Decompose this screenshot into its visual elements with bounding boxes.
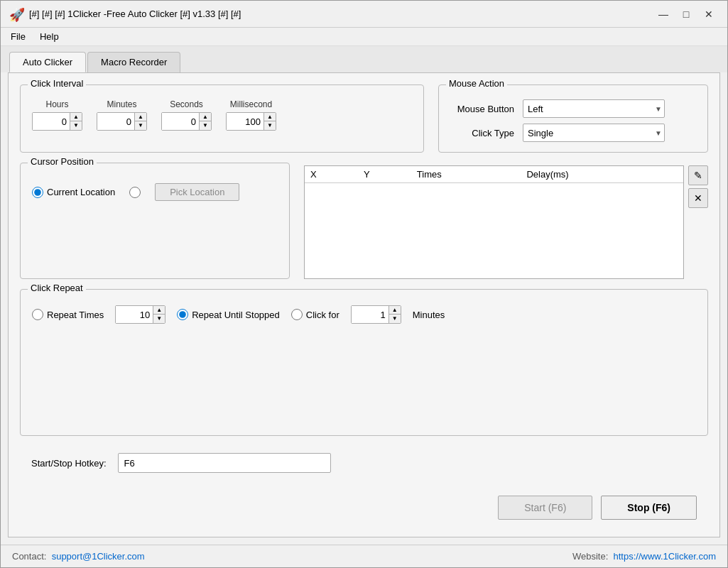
website-url-link[interactable]: https://www.1Clicker.com xyxy=(614,551,717,562)
bottom-bar: Start (F6) Stop (F6) xyxy=(20,490,708,525)
tab-macro-recorder[interactable]: Macro Recorder xyxy=(87,52,180,72)
minimize-button[interactable]: — xyxy=(653,6,673,22)
millisecond-label: Millisecond xyxy=(230,99,272,109)
mouse-button-row: Mouse Button Left Right Middle ▼ xyxy=(450,99,696,118)
hotkey-label: Start/Stop Hotkey: xyxy=(31,458,107,469)
pick-location-radio[interactable] xyxy=(129,187,141,198)
footer: Contact: support@1Clicker.com Website: h… xyxy=(1,545,727,567)
minutes-label: Minutes xyxy=(107,99,136,109)
location-table-inner: X Y Times Delay(ms) xyxy=(304,165,684,279)
repeat-times-input[interactable] xyxy=(116,306,153,323)
millisecond-up-button[interactable]: ▲ xyxy=(264,113,276,121)
top-row: Click Interval Hours ▲ ▼ Minute xyxy=(20,84,708,153)
mouse-button-label: Mouse Button xyxy=(450,104,514,114)
pick-location-button[interactable]: Pick Location xyxy=(155,183,239,201)
interval-fields: Hours ▲ ▼ Minutes xyxy=(32,99,412,131)
contact-label: Contact: xyxy=(12,551,46,562)
col-y: Y xyxy=(358,166,411,183)
repeat-times-down-button[interactable]: ▼ xyxy=(153,315,165,323)
menu-file[interactable]: File xyxy=(4,29,33,44)
tabs-bar: Auto Clicker Macro Recorder xyxy=(1,46,727,72)
click-for-label: Click for xyxy=(306,310,339,320)
repeat-until-stopped-radio-group: Repeat Until Stopped xyxy=(177,309,280,320)
table-edit-button[interactable]: ✎ xyxy=(688,165,708,185)
mouse-action-box: Mouse Action Mouse Button Left Right Mid… xyxy=(438,84,708,153)
seconds-spinner: ▲ ▼ xyxy=(161,112,212,131)
col-delay: Delay(ms) xyxy=(521,166,683,183)
click-for-input[interactable] xyxy=(352,306,389,323)
click-for-down-button[interactable]: ▼ xyxy=(389,315,401,323)
mouse-action-fields: Mouse Button Left Right Middle ▼ Click T… xyxy=(450,99,696,142)
stop-button[interactable]: Stop (F6) xyxy=(601,496,697,520)
millisecond-field: Millisecond ▲ ▼ xyxy=(226,99,276,131)
seconds-field: Seconds ▲ ▼ xyxy=(161,99,212,131)
current-location-radio-label: Current Location xyxy=(47,187,115,197)
millisecond-spinner: ▲ ▼ xyxy=(226,112,276,131)
click-repeat-box: Click Repeat Repeat Times ▲ ▼ Repeat Unt… xyxy=(20,289,708,436)
repeat-times-spinner: ▲ ▼ xyxy=(115,305,165,324)
minutes-input[interactable] xyxy=(97,113,134,130)
click-interval-label: Click Interval xyxy=(28,78,86,89)
click-for-radio-group: Click for xyxy=(291,309,339,320)
hours-up-button[interactable]: ▲ xyxy=(70,113,82,121)
hotkey-input[interactable] xyxy=(118,453,331,473)
cursor-position-label: Cursor Position xyxy=(28,156,97,167)
hotkey-row: Start/Stop Hotkey: xyxy=(20,446,708,480)
mouse-button-select[interactable]: Left Right Middle xyxy=(523,99,665,118)
click-type-select-wrapper: Single Double ▼ xyxy=(523,124,665,142)
close-button[interactable]: ✕ xyxy=(699,6,719,22)
window-title: [#] [#] [#] 1Clicker -Free Auto Clicker … xyxy=(29,9,241,19)
click-type-row: Click Type Single Double ▼ xyxy=(450,124,696,142)
col-times: Times xyxy=(411,166,521,183)
click-repeat-label: Click Repeat xyxy=(28,283,86,293)
click-interval-box: Click Interval Hours ▲ ▼ Minute xyxy=(20,84,424,153)
footer-contact: Contact: support@1Clicker.com xyxy=(12,551,145,562)
minutes-down-button[interactable]: ▼ xyxy=(135,121,146,130)
millisecond-input[interactable] xyxy=(227,113,264,130)
main-window: 🚀 [#] [#] [#] 1Clicker -Free Auto Clicke… xyxy=(0,0,728,568)
start-button[interactable]: Start (F6) xyxy=(498,496,592,520)
menu-bar: File Help xyxy=(1,28,727,46)
current-location-radio-group: Current Location xyxy=(32,187,115,198)
seconds-label: Seconds xyxy=(170,99,203,109)
website-label: Website: xyxy=(572,551,608,562)
mouse-action-label: Mouse Action xyxy=(446,78,507,89)
main-content: Click Interval Hours ▲ ▼ Minute xyxy=(8,72,720,537)
maximize-button[interactable]: □ xyxy=(676,6,696,22)
cursor-options: Current Location Pick Location xyxy=(32,183,278,201)
middle-row: Cursor Position Current Location Pick Lo… xyxy=(20,163,708,279)
col-x: X xyxy=(305,166,358,183)
table-delete-button[interactable]: ✕ xyxy=(688,188,708,208)
tab-auto-clicker[interactable]: Auto Clicker xyxy=(9,52,86,72)
click-type-select[interactable]: Single Double xyxy=(523,124,665,142)
click-for-spinner: ▲ ▼ xyxy=(351,305,401,324)
mouse-button-select-wrapper: Left Right Middle ▼ xyxy=(523,99,665,118)
contact-email-link[interactable]: support@1Clicker.com xyxy=(52,551,145,562)
minutes-spinner: ▲ ▼ xyxy=(97,112,147,131)
hours-spinner: ▲ ▼ xyxy=(32,112,82,131)
hours-field: Hours ▲ ▼ xyxy=(32,99,82,131)
click-for-radio[interactable] xyxy=(291,309,303,320)
millisecond-down-button[interactable]: ▼ xyxy=(264,121,276,130)
seconds-up-button[interactable]: ▲ xyxy=(200,113,211,121)
repeat-options: Repeat Times ▲ ▼ Repeat Until Stopped Cl… xyxy=(32,305,696,324)
repeat-times-radio-group: Repeat Times xyxy=(32,309,104,320)
menu-help[interactable]: Help xyxy=(33,29,66,44)
hours-label: Hours xyxy=(45,99,68,109)
seconds-down-button[interactable]: ▼ xyxy=(200,121,211,130)
hours-input[interactable] xyxy=(33,113,70,130)
seconds-input[interactable] xyxy=(162,113,199,130)
minutes-label: Minutes xyxy=(413,310,445,320)
pick-location-radio-group xyxy=(129,187,141,198)
repeat-times-label: Repeat Times xyxy=(47,310,104,320)
click-for-up-button[interactable]: ▲ xyxy=(389,306,401,315)
minutes-field: Minutes ▲ ▼ xyxy=(97,99,147,131)
click-type-label: Click Type xyxy=(450,128,514,138)
repeat-times-radio[interactable] xyxy=(32,309,43,320)
repeat-times-up-button[interactable]: ▲ xyxy=(153,306,165,315)
repeat-until-stopped-radio[interactable] xyxy=(177,309,188,320)
minutes-up-button[interactable]: ▲ xyxy=(135,113,146,121)
current-location-radio[interactable] xyxy=(32,187,43,198)
hours-down-button[interactable]: ▼ xyxy=(70,121,82,130)
cursor-position-box: Cursor Position Current Location Pick Lo… xyxy=(20,163,290,279)
